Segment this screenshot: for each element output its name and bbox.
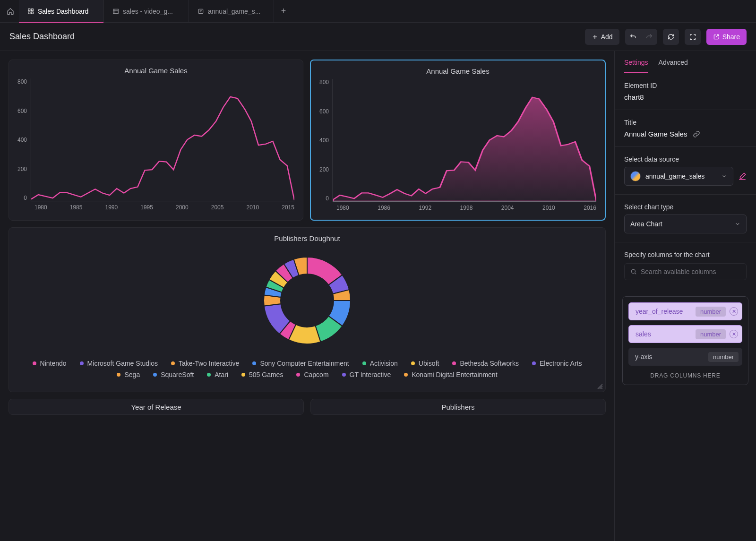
data-source-select[interactable]: annual_game_sales <box>624 167 733 186</box>
svg-point-13 <box>631 269 635 273</box>
chart-type-select[interactable]: Area Chart <box>624 215 747 233</box>
svg-rect-1 <box>31 9 33 10</box>
link-icon[interactable] <box>693 130 700 138</box>
legend-label: Atari <box>215 371 228 378</box>
edit-data-source-button[interactable] <box>738 172 747 180</box>
add-tab-button[interactable]: + <box>274 6 293 16</box>
add-button[interactable]: Add <box>585 29 619 45</box>
legend-dot <box>33 361 36 365</box>
column-slot-y-axis[interactable]: y-axis number <box>628 348 742 366</box>
legend-label: Sony Computer Entertainment <box>260 360 349 367</box>
svg-rect-2 <box>28 12 30 14</box>
legend-item[interactable]: Activision <box>362 360 398 367</box>
legend-label: Konami Digital Entertainment <box>412 371 497 378</box>
tab-settings[interactable]: Settings <box>624 59 648 73</box>
chevron-down-icon <box>722 173 727 179</box>
data-source-value: annual_game_sales <box>645 172 704 180</box>
column-name: year_of_release <box>636 308 683 315</box>
legend-label: Electronic Arts <box>540 360 582 367</box>
y-axis: 800 600 400 200 0 <box>319 79 333 202</box>
tab-sales-videog[interactable]: sales - video_g... <box>104 0 189 23</box>
legend-label: SquareSoft <box>161 371 194 378</box>
chart-title: Annual Game Sales <box>319 67 596 75</box>
legend-item[interactable]: Konami Digital Entertainment <box>404 371 497 378</box>
column-pill-year[interactable]: year_of_release number ✕ <box>628 302 742 320</box>
column-type: number <box>696 329 726 339</box>
legend-label: GT Interactive <box>350 371 391 378</box>
title-value[interactable]: Annual Game Sales <box>624 130 687 138</box>
tab-advanced[interactable]: Advanced <box>659 59 688 73</box>
resize-handle[interactable] <box>597 383 602 389</box>
home-button[interactable] <box>2 3 19 20</box>
svg-rect-0 <box>28 9 30 10</box>
fullscreen-button[interactable] <box>685 29 701 45</box>
legend-item[interactable]: SquareSoft <box>153 371 194 378</box>
column-name: y-axis <box>635 353 653 361</box>
tab-label: annual_game_s... <box>208 8 260 15</box>
legend-item[interactable]: Electronic Arts <box>532 360 582 367</box>
legend-item[interactable]: Bethesda Softworks <box>452 360 519 367</box>
legend-item[interactable]: Take-Two Interactive <box>171 360 239 367</box>
add-button-label: Add <box>601 33 613 41</box>
share-button-label: Share <box>722 33 740 41</box>
chart-title: Publishers <box>319 403 597 411</box>
legend-item[interactable]: Atari <box>207 371 228 378</box>
svg-rect-4 <box>113 9 119 13</box>
table-icon <box>112 8 119 15</box>
legend-item[interactable]: Capcom <box>296 371 328 378</box>
chart-donut-publishers[interactable]: Publishers Doughnut NintendoMicrosoft Ga… <box>9 227 606 392</box>
redo-button[interactable] <box>641 29 657 45</box>
dashboard-icon <box>27 8 34 15</box>
column-search-input[interactable]: Search available columns <box>624 263 747 280</box>
legend-item[interactable]: Nintendo <box>33 360 67 367</box>
line-plot <box>31 78 294 201</box>
share-button[interactable]: Share <box>706 29 747 45</box>
columns-dropzone[interactable]: year_of_release number ✕ sales number ✕ … <box>622 296 748 385</box>
chart-type-label: Select chart type <box>624 203 747 211</box>
tab-label: Sales Dashboard <box>38 8 88 15</box>
chart-publishers[interactable]: Publishers <box>310 399 606 415</box>
legend-item[interactable]: Microsoft Game Studios <box>80 360 158 367</box>
search-icon <box>630 268 637 275</box>
refresh-button[interactable] <box>663 29 679 45</box>
chart-legend: NintendoMicrosoft Game StudiosTake-Two I… <box>17 360 597 378</box>
search-placeholder: Search available columns <box>641 268 716 275</box>
column-name: sales <box>636 330 651 338</box>
tab-sales-dashboard[interactable]: Sales Dashboard <box>19 0 104 23</box>
legend-label: Capcom <box>304 371 328 378</box>
element-id-value: chart8 <box>624 93 747 101</box>
legend-dot <box>171 361 175 365</box>
data-source-icon <box>630 171 641 181</box>
title-label: Title <box>624 119 747 126</box>
tab-annual-game-s[interactable]: annual_game_s... <box>189 0 274 23</box>
chart-line-annual-game-sales[interactable]: Annual Game Sales 800 600 400 200 0 <box>9 60 303 221</box>
remove-column-button[interactable]: ✕ <box>730 307 738 316</box>
legend-label: Activision <box>370 360 398 367</box>
legend-label: 505 Games <box>249 371 283 378</box>
chart-title: Annual Game Sales <box>17 67 294 75</box>
column-type: number <box>708 352 739 362</box>
column-pill-sales[interactable]: sales number ✕ <box>628 325 742 343</box>
legend-label: Ubisoft <box>419 360 439 367</box>
data-source-label: Select data source <box>624 155 747 163</box>
column-type: number <box>696 307 726 317</box>
expand-icon <box>689 33 696 41</box>
svg-line-12 <box>601 388 602 389</box>
legend-dot <box>241 373 245 377</box>
undo-button[interactable] <box>625 29 641 45</box>
svg-rect-3 <box>31 12 33 14</box>
legend-item[interactable]: 505 Games <box>241 371 283 378</box>
drag-hint: DRAG COLUMNS HERE <box>628 372 742 379</box>
legend-dot <box>404 373 408 377</box>
legend-dot <box>411 361 415 365</box>
legend-item[interactable]: Sega <box>117 371 140 378</box>
chart-year-of-release[interactable]: Year of Release <box>9 399 304 415</box>
chart-area-annual-game-sales[interactable]: Annual Game Sales 800 600 400 200 0 <box>310 60 606 221</box>
remove-column-button[interactable]: ✕ <box>730 330 738 338</box>
legend-item[interactable]: Sony Computer Entertainment <box>252 360 349 367</box>
refresh-icon <box>667 33 675 41</box>
legend-label: Microsoft Game Studios <box>87 360 158 367</box>
legend-item[interactable]: Ubisoft <box>411 360 439 367</box>
legend-item[interactable]: GT Interactive <box>342 371 391 378</box>
legend-dot <box>117 373 120 377</box>
